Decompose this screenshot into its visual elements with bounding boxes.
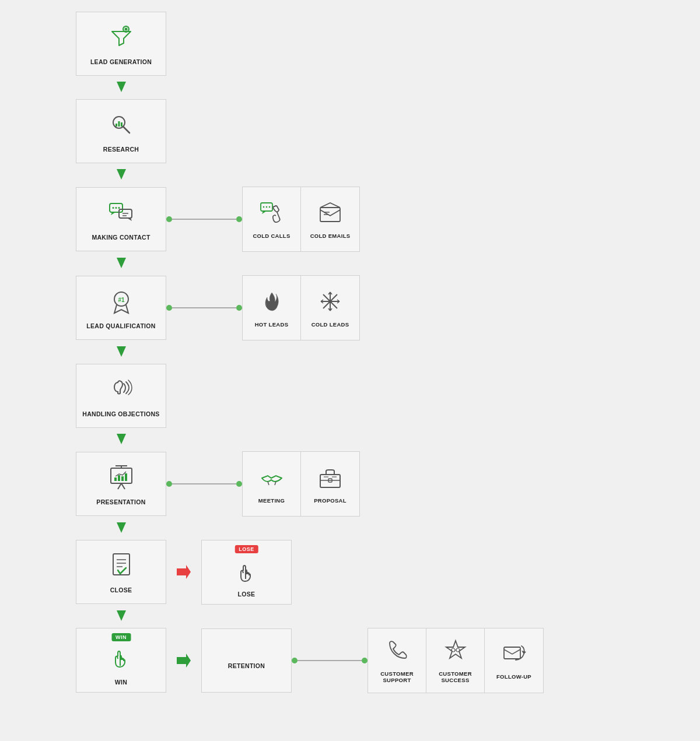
hot-leads-label: HOT LEADS — [255, 321, 289, 328]
connector-dot-left — [166, 216, 172, 222]
customer-success-box: CUSTOMER SUCCESS — [426, 628, 485, 693]
cold-leads-box: COLD LEADS — [301, 276, 359, 340]
cold-calls-label: COLD CALLS — [253, 233, 290, 239]
cold-calls-box: COLD CALLS — [243, 187, 301, 251]
proposal-box: PROPOSAL — [301, 452, 359, 516]
connector-dot-right-4 — [362, 658, 368, 663]
lead-qualification-label: LEAD QUALIFICATION — [86, 322, 155, 330]
svg-marker-32 — [117, 258, 126, 268]
connector-dot-left-4 — [292, 658, 298, 663]
handling-objections-label: HANDLING OBJECTIONS — [82, 410, 159, 418]
lose-icon — [233, 556, 261, 587]
presentation-label: PRESENTATION — [96, 498, 145, 506]
svg-text:#1: #1 — [118, 297, 125, 303]
follow-up-icon — [502, 641, 526, 670]
proposal-label: PROPOSAL — [314, 497, 346, 504]
svg-rect-47 — [114, 477, 117, 481]
close-icon — [107, 552, 135, 583]
connector-line — [172, 219, 236, 220]
lose-badge: LOSE — [235, 545, 258, 553]
research-icon — [107, 111, 135, 142]
svg-rect-14 — [116, 124, 117, 127]
making-contact-icon — [107, 199, 135, 230]
hot-leads-box: HOT LEADS — [243, 276, 301, 340]
lose-box: LOSE LOSE — [201, 540, 292, 605]
arrow-contact-qualification — [76, 252, 166, 275]
svg-line-46 — [121, 483, 125, 489]
cold-leads-label: COLD LEADS — [312, 321, 349, 328]
svg-point-20 — [115, 207, 117, 209]
connector-dot-right — [236, 216, 242, 222]
cold-leads-icon — [318, 289, 342, 318]
lead-qualification-icon: #1 — [107, 287, 135, 319]
connector-dot-right-2 — [236, 305, 242, 311]
svg-marker-63 — [177, 654, 191, 668]
connector-dot-left-3 — [166, 481, 172, 487]
presentation-icon — [107, 463, 135, 495]
lead-generation-icon — [107, 23, 135, 55]
research-box: RESEARCH — [76, 99, 166, 163]
svg-marker-56 — [117, 522, 126, 533]
svg-point-66 — [456, 648, 460, 652]
presentation-side-group: MEETING PROPOSAL — [242, 451, 360, 517]
lead-generation-label: LEAD GENERATION — [90, 58, 152, 66]
svg-rect-50 — [125, 473, 127, 481]
connector-line-3 — [172, 483, 236, 484]
svg-point-19 — [112, 207, 114, 209]
retention-label: RETENTION — [228, 662, 265, 670]
arrow-qualification-objections — [76, 340, 166, 364]
connector-dot-right-3 — [236, 481, 242, 487]
handling-objections-icon — [107, 375, 135, 407]
arrow-objections-presentation — [76, 428, 166, 451]
arrow-presentation-close — [76, 517, 166, 540]
lead-generation-box: LEAD GENERATION — [76, 12, 166, 76]
svg-point-39 — [328, 300, 332, 303]
svg-rect-49 — [121, 476, 124, 481]
svg-rect-16 — [121, 122, 123, 127]
svg-rect-48 — [118, 475, 120, 481]
meeting-box: MEETING — [243, 452, 301, 516]
arrow-research-contact — [76, 163, 166, 187]
svg-rect-15 — [118, 121, 120, 127]
retention-box: RETENTION — [201, 628, 292, 693]
follow-up-label: FOLLOW-UP — [496, 673, 531, 680]
arrow-lead-research — [76, 76, 166, 99]
win-label: WIN — [115, 679, 127, 686]
presentation-box: PRESENTATION — [76, 452, 166, 516]
win-badge: WIN — [111, 633, 131, 641]
meeting-icon — [260, 465, 284, 494]
svg-point-26 — [262, 206, 264, 208]
win-box: WIN WIN — [76, 628, 166, 693]
svg-line-13 — [124, 127, 130, 133]
lead-qualification-side-group: HOT LEADS — [242, 275, 360, 340]
cold-emails-icon — [318, 201, 342, 230]
connector-line-2 — [172, 307, 236, 308]
connector-dot-left-2 — [166, 305, 172, 311]
svg-marker-61 — [177, 565, 191, 579]
meeting-label: MEETING — [258, 497, 285, 504]
close-box: CLOSE — [76, 540, 166, 604]
svg-marker-17 — [117, 169, 126, 180]
lead-qualification-box: #1 LEAD QUALIFICATION — [76, 276, 166, 340]
svg-marker-11 — [117, 82, 126, 92]
win-to-retention-arrow — [166, 628, 201, 693]
cold-emails-label: COLD EMAILS — [310, 233, 351, 239]
svg-rect-42 — [111, 468, 132, 483]
lose-label: LOSE — [238, 591, 256, 598]
hot-leads-icon — [260, 289, 284, 318]
svg-point-1 — [124, 27, 127, 30]
customer-success-icon — [443, 638, 468, 668]
customer-support-box: CUSTOMER SUPPORT — [368, 628, 426, 693]
follow-up-box: FOLLOW-UP — [485, 628, 543, 693]
arrow-close-win — [76, 605, 166, 628]
svg-line-45 — [118, 483, 121, 489]
svg-marker-62 — [117, 610, 126, 621]
making-contact-label: MAKING CONTACT — [92, 234, 150, 241]
svg-point-27 — [265, 206, 267, 208]
making-contact-side-group: COLD CALLS COLD EMAILS — [242, 187, 360, 252]
svg-marker-64 — [446, 641, 465, 658]
svg-rect-29 — [320, 208, 340, 222]
win-icon — [107, 644, 135, 675]
making-contact-box: MAKING CONTACT — [76, 187, 166, 251]
svg-marker-40 — [117, 346, 126, 357]
